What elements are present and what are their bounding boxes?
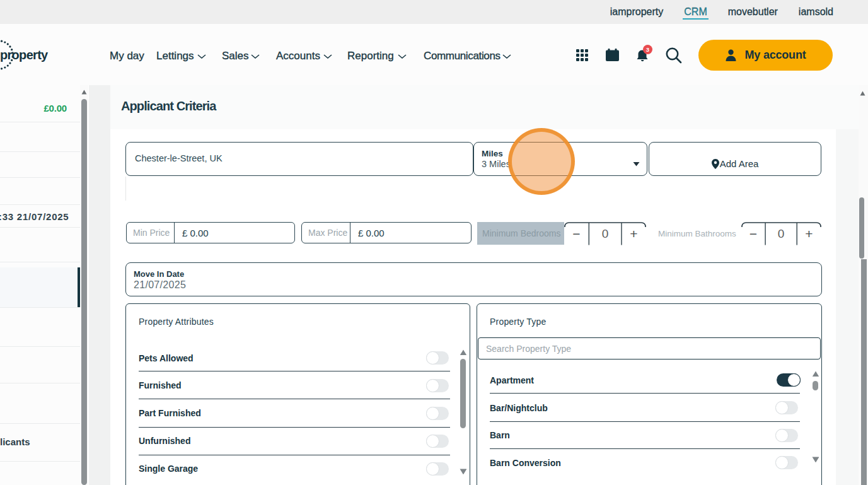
svg-text:3: 3 <box>645 46 649 53</box>
